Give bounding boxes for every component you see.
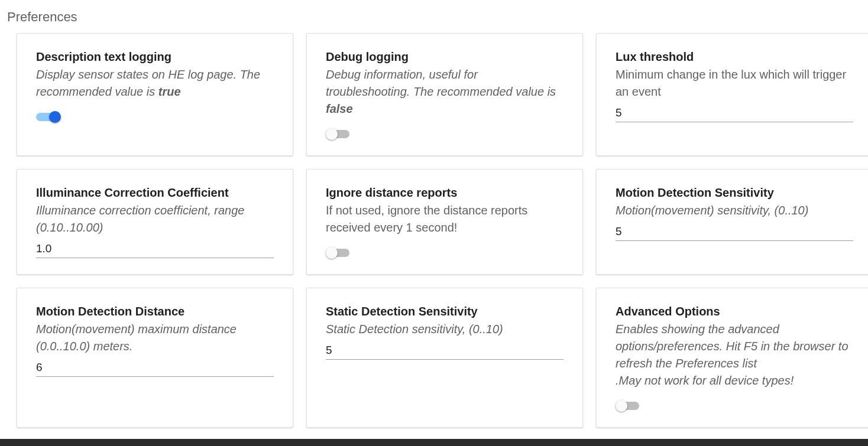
card-description: Minimum change in the lux which will tri… xyxy=(616,66,853,100)
card-title: Illuminance Correction Coefficient xyxy=(36,185,274,201)
motion-sensitivity-input[interactable] xyxy=(616,224,853,241)
card-description: Enables showing the advanced options/pre… xyxy=(616,321,853,389)
card-description: Display sensor states on HE log page. Th… xyxy=(36,66,274,100)
card-lux-threshold: Lux threshold Minimum change in the lux … xyxy=(596,33,868,156)
card-debug-logging: Debug logging Debug information, useful … xyxy=(306,33,583,156)
ignore-distance-reports-toggle[interactable] xyxy=(326,246,353,260)
toggle-knob xyxy=(49,111,61,123)
debug-logging-toggle[interactable] xyxy=(326,127,353,141)
card-advanced-options: Advanced Options Enables showing the adv… xyxy=(596,288,868,428)
illuminance-correction-input[interactable] xyxy=(36,241,274,258)
card-title: Motion Detection Distance xyxy=(36,304,274,320)
toggle-knob xyxy=(326,247,338,259)
card-description: Debug information, useful for troublesho… xyxy=(326,66,563,118)
card-description: Motion(movement) sensitivity, (0..10) xyxy=(616,202,853,219)
card-description: Motion(movement) maximum distance (0.0..… xyxy=(36,321,274,355)
card-description: If not used, ignore the distance reports… xyxy=(326,202,563,236)
page-title: Preferences xyxy=(0,0,868,33)
card-illuminance-correction: Illuminance Correction Coefficient Illum… xyxy=(17,169,293,275)
card-static-detection-sensitivity: Static Detection Sensitivity Static Dete… xyxy=(306,288,583,428)
card-title: Description text logging xyxy=(36,49,274,65)
card-title: Static Detection Sensitivity xyxy=(326,304,563,320)
card-description-text-logging: Description text logging Display sensor … xyxy=(17,33,293,156)
advanced-options-toggle[interactable] xyxy=(616,399,643,413)
card-title: Motion Detection Sensitivity xyxy=(616,185,853,201)
lux-threshold-input[interactable] xyxy=(616,105,853,122)
card-description: Static Detection sensitivity, (0..10) xyxy=(326,321,563,338)
description-text-logging-toggle[interactable] xyxy=(36,110,63,124)
footer-bar xyxy=(0,439,868,446)
preferences-page: Preferences Description text logging Dis… xyxy=(0,0,868,446)
card-title: Advanced Options xyxy=(616,304,853,320)
card-motion-detection-distance: Motion Detection Distance Motion(movemen… xyxy=(17,288,293,428)
motion-distance-input[interactable] xyxy=(36,360,274,377)
card-title: Ignore distance reports xyxy=(326,185,563,201)
toggle-knob xyxy=(616,400,627,412)
card-title: Debug logging xyxy=(326,49,563,65)
card-title: Lux threshold xyxy=(616,49,853,65)
static-sensitivity-input[interactable] xyxy=(326,343,563,360)
card-ignore-distance-reports: Ignore distance reports If not used, ign… xyxy=(306,169,583,275)
preferences-grid: Description text logging Display sensor … xyxy=(0,33,868,428)
toggle-knob xyxy=(326,128,338,140)
card-motion-detection-sensitivity: Motion Detection Sensitivity Motion(move… xyxy=(596,169,868,275)
card-description: Illuminance correction coefficient, rang… xyxy=(36,202,274,236)
